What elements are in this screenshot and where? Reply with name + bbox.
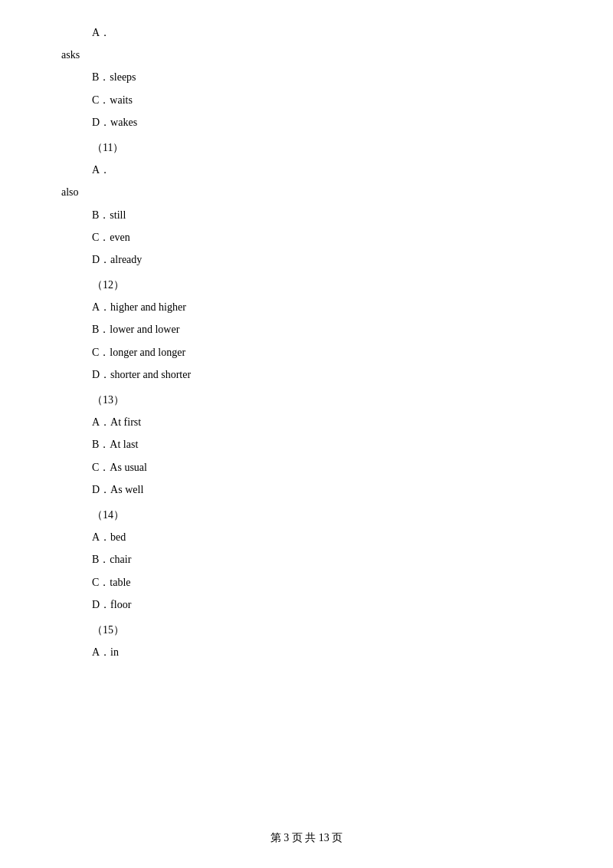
option-a-11: A．	[46, 160, 567, 179]
question-12: （12）	[46, 275, 567, 294]
option-a-higher: A．higher and higher	[46, 298, 567, 317]
question-13: （13）	[46, 390, 567, 409]
option-b-sleeps: B．sleeps	[46, 67, 567, 87]
option-d-wakes: D．wakes	[46, 113, 567, 132]
option-a-top: A．	[46, 23, 567, 42]
option-a-atfirst: A．At first	[46, 413, 567, 432]
option-a-bed: A．bed	[46, 528, 567, 547]
page-footer: 第 3 页 共 13 页	[0, 831, 613, 845]
option-c-table: C．table	[46, 573, 567, 592]
question-11: （11）	[46, 138, 567, 157]
option-d-aswell: D．As well	[46, 480, 567, 499]
option-b-chair: B．chair	[46, 550, 567, 569]
option-a-in: A．in	[46, 643, 567, 662]
option-c-longer: C．longer and longer	[46, 343, 567, 362]
option-b-lower: B．lower and lower	[46, 320, 567, 339]
option-b-still: B．still	[46, 205, 567, 225]
label-also: also	[46, 182, 567, 202]
option-d-floor: D．floor	[46, 595, 567, 614]
question-14: （14）	[46, 505, 567, 524]
option-d-shorter: D．shorter and shorter	[46, 365, 567, 384]
option-c-even: C．even	[46, 228, 567, 247]
option-d-already: D．already	[46, 250, 567, 269]
option-c-waits: C．waits	[46, 90, 567, 110]
label-asks: asks	[46, 45, 567, 64]
question-15: （15）	[46, 620, 567, 639]
option-b-atlast: B．At last	[46, 435, 567, 454]
option-c-asusual: C．As usual	[46, 458, 567, 477]
